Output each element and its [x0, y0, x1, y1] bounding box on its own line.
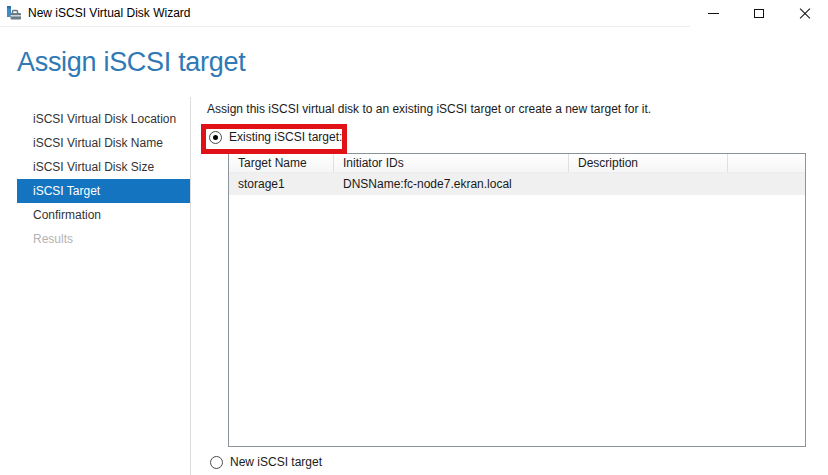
window-controls: [690, 0, 828, 27]
minimize-button[interactable]: [690, 0, 736, 27]
wizard-steps-sidebar: iSCSI Virtual Disk Location iSCSI Virtua…: [17, 107, 190, 251]
column-header-target-name[interactable]: Target Name: [229, 154, 334, 173]
cell-initiator-ids: DNSName:fc-node7.ekran.local: [334, 177, 569, 191]
close-icon: [799, 8, 811, 20]
new-target-radio[interactable]: [210, 456, 223, 469]
new-target-radio-label: New iSCSI target: [230, 455, 322, 469]
sidebar-item-disk-location[interactable]: iSCSI Virtual Disk Location: [17, 107, 190, 131]
minimize-icon: [708, 13, 719, 14]
page-title: Assign iSCSI target: [17, 47, 245, 78]
sidebar-item-confirmation[interactable]: Confirmation: [17, 203, 190, 227]
wizard-window: { "window": { "title": "New iSCSI Virtua…: [0, 0, 828, 475]
table-header-row: Target Name Initiator IDs Description: [229, 154, 805, 173]
maximize-icon: [754, 9, 764, 18]
sidebar-item-disk-size[interactable]: iSCSI Virtual Disk Size: [17, 155, 190, 179]
title-bar: New iSCSI Virtual Disk Wizard: [0, 0, 828, 27]
column-header-initiator-ids[interactable]: Initiator IDs: [334, 154, 569, 173]
existing-target-radio-row[interactable]: Existing iSCSI target:: [209, 130, 342, 144]
table-row-storage1[interactable]: storage1 DNSName:fc-node7.ekran.local: [229, 173, 805, 195]
wizard-app-icon: [6, 5, 22, 21]
window-title: New iSCSI Virtual Disk Wizard: [28, 0, 190, 27]
maximize-button[interactable]: [736, 0, 782, 27]
new-target-radio-row[interactable]: New iSCSI target: [210, 455, 322, 469]
sidebar-item-iscsi-target[interactable]: iSCSI Target: [17, 179, 190, 203]
existing-target-radio[interactable]: [209, 131, 222, 144]
sidebar-separator: [190, 97, 191, 475]
column-header-description[interactable]: Description: [569, 154, 728, 173]
instruction-text: Assign this iSCSI virtual disk to an exi…: [207, 101, 651, 117]
existing-target-radio-label: Existing iSCSI target:: [229, 130, 342, 144]
close-button[interactable]: [782, 0, 828, 27]
cell-target-name: storage1: [229, 177, 334, 191]
sidebar-item-disk-name[interactable]: iSCSI Virtual Disk Name: [17, 131, 190, 155]
iscsi-target-table[interactable]: Target Name Initiator IDs Description st…: [228, 153, 806, 447]
column-header-empty: [728, 154, 805, 173]
sidebar-item-results: Results: [17, 227, 190, 251]
